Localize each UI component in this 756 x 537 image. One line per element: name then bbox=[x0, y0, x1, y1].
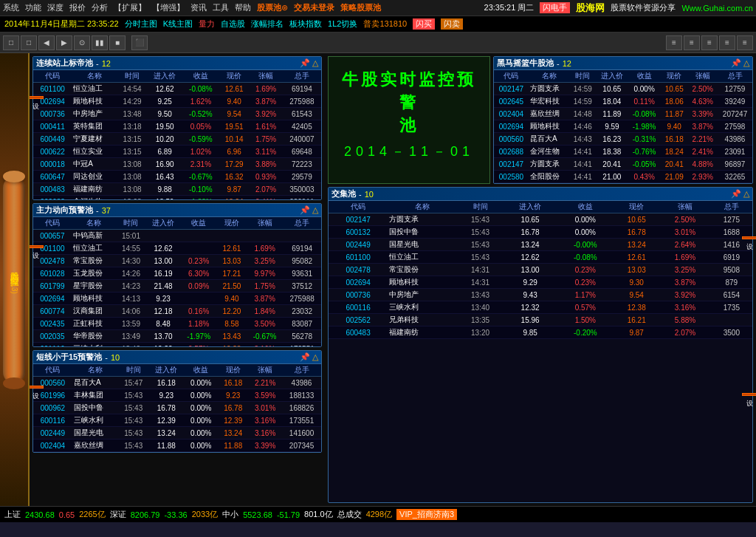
table-row[interactable]: 002147方圆支承15:4310.650.00%10.652.50%1275 bbox=[329, 213, 752, 226]
table-row[interactable]: 600132国投中鲁15:4316.780.00%16.783.01%1688 bbox=[329, 226, 752, 239]
chart-link-6[interactable]: 板块指数 bbox=[289, 18, 322, 30]
table-row[interactable]: 601028玉龙股份14:2616.196.30%17.219.97%93631 bbox=[33, 267, 321, 280]
chart-link-5[interactable]: 涨幅排名 bbox=[251, 18, 284, 30]
menu-system[interactable]: 系统 bbox=[3, 2, 19, 13]
table-row[interactable]: 002449国星光电15:4313.240.00%13.243.16%14160… bbox=[33, 427, 321, 439]
menu-tools[interactable]: 工具 bbox=[213, 2, 229, 13]
tb-btn-8[interactable]: ⬛ bbox=[131, 35, 148, 50]
tb-btn-3[interactable]: ◀ bbox=[38, 35, 55, 50]
panel3-up-btn[interactable]: △ bbox=[312, 352, 318, 362]
tb-btn-10[interactable]: ≡ bbox=[684, 35, 700, 50]
panel5-scroll[interactable]: 代码 名称 时间 进入价 收益 现价 张幅 总手 002147方圆支承15:43… bbox=[329, 201, 752, 339]
stock-pool-link[interactable]: 股票池⊙ bbox=[257, 2, 288, 13]
table-row[interactable]: 000736中房地产13:439.431.17%9.543.92%6154 bbox=[329, 289, 752, 301]
set-btn-5[interactable]: 设 bbox=[742, 393, 756, 396]
table-row[interactable]: 002645华宏科技14:5918.040.11%18.064.63%39249 bbox=[494, 95, 752, 108]
chart-link-3[interactable]: 量力 bbox=[199, 18, 215, 30]
set-btn-1[interactable]: 设 bbox=[30, 96, 44, 99]
tb-btn-7[interactable]: ■ bbox=[109, 35, 126, 50]
table-row[interactable]: 601100恒立油工14:5512.6212.611.69%69194 bbox=[33, 242, 321, 255]
table-row[interactable]: 000018中冠A13:0816.902.31%17.293.88%72223 bbox=[33, 158, 321, 171]
tb-btn-2[interactable]: □ bbox=[21, 35, 37, 50]
table-row[interactable]: 601996丰林集团15:439.230.00%9.233.59%188133 bbox=[33, 389, 321, 402]
panel1-up-btn[interactable]: △ bbox=[312, 58, 318, 68]
flash-buy-btn[interactable]: 闪买 bbox=[413, 18, 435, 30]
table-row[interactable]: 002688金河生物14:4118.38-0.76%18.242.41%2309… bbox=[494, 146, 752, 158]
table-row[interactable]: 002694顾地科技14:139.239.403.87%275988 bbox=[33, 293, 321, 305]
panel4-scroll[interactable]: 代码 名称 时间 进入价 收益 现价 张幅 总手 002147方圆支承14:59… bbox=[494, 70, 752, 183]
table-row[interactable]: 600647同达创业13:0816.43-0.67%16.320.93%2957… bbox=[33, 171, 321, 183]
table-row[interactable]: 002688金河生物13:0818.59-1.88%18.242.41%2309… bbox=[33, 196, 321, 200]
table-row[interactable]: 002435正虹科技13:598.481.18%8.583.50%83087 bbox=[33, 318, 321, 330]
table-row[interactable]: 002449国星光电15:4313.24-0.00%13.242.64%1416 bbox=[329, 239, 752, 251]
chart-link-2[interactable]: K线主图 bbox=[163, 18, 193, 30]
panel2-scroll[interactable]: 代码 名称 时间 进入价 收益 现价 张幅 总手 000657中钨高新15:01… bbox=[33, 217, 321, 346]
table-row[interactable]: 000736中房地产13:489.50-0.52%9.543.92%61543 bbox=[33, 108, 321, 120]
menu-help[interactable]: 帮助 bbox=[235, 2, 251, 13]
flash-sell-btn[interactable]: 闪卖 bbox=[441, 18, 463, 30]
set-btn-4[interactable]: 设 bbox=[742, 236, 756, 239]
table-row[interactable]: 601100恒立油工14:5412.62-0.08%12.611.69%6919… bbox=[33, 83, 321, 95]
menu-quote[interactable]: 报价 bbox=[69, 2, 86, 13]
table-row[interactable]: 002694顾地科技14:469.59-1.98%9.403.87%27598 bbox=[494, 120, 752, 133]
table-row[interactable]: 600483福建南纺13:209.85-0.20%9.872.07%3500 bbox=[329, 326, 752, 339]
panel2-pin-btn[interactable]: 📌 bbox=[300, 205, 310, 215]
panel3-scroll[interactable]: 代码 名称 时间 进入价 收益 现价 张幅 总手 000560昆百大A15:47… bbox=[33, 364, 321, 452]
table-row[interactable]: 002580全阳股份14:4121.000.43%21.092.93%32265 bbox=[494, 171, 752, 183]
table-row[interactable]: 600116三峡水利13:4012.320.57%12.383.16%1735 bbox=[329, 301, 752, 314]
menu-analysis[interactable]: 分析 bbox=[92, 2, 108, 13]
table-row[interactable]: 002562兄弟科技13:3515.961.50%16.215.88% bbox=[329, 314, 752, 326]
set-btn-3[interactable]: 设 bbox=[30, 386, 44, 389]
table-row[interactable]: 002478常宝股份14:3013.000.23%13.033.25%95082 bbox=[33, 255, 321, 267]
table-row[interactable]: 000411英特集团13:1819.500.05%19.511.61%42405 bbox=[33, 120, 321, 133]
panel3-pin-btn[interactable]: 📌 bbox=[300, 352, 310, 362]
menu-feature[interactable]: 功能 bbox=[25, 2, 41, 13]
table-row[interactable]: 000483福建南纺13:089.88-0.10%9.872.07%350003 bbox=[33, 183, 321, 196]
menu-depth[interactable]: 深度 bbox=[47, 2, 63, 13]
table-row[interactable]: 002404嘉欣丝绸14:4811.89-0.08%11.873.39%2072… bbox=[494, 108, 752, 120]
table-row[interactable]: 000622恒立实业13:156.891.02%6.963.11%69648 bbox=[33, 146, 321, 158]
panel2-up-btn[interactable]: △ bbox=[312, 205, 318, 215]
chart-link-4[interactable]: 自选股 bbox=[221, 18, 245, 30]
trade-login-link[interactable]: 交易未登录 bbox=[294, 2, 334, 13]
table-row[interactable]: 601100恒立油工15:4312.62-0.08%12.611.69%6919 bbox=[329, 251, 752, 264]
panel5-pin-btn[interactable]: 📌 bbox=[731, 189, 741, 199]
panel5-up-btn[interactable]: △ bbox=[743, 189, 749, 199]
tb-btn-5[interactable]: ⊙ bbox=[74, 35, 90, 50]
table-row[interactable]: 002404嘉欣丝绸15:4311.880.00%11.883.39%20734… bbox=[33, 439, 321, 452]
table-row[interactable]: 600774汉商集团14:0612.180.16%12.201.84%23032 bbox=[33, 305, 321, 318]
table-row[interactable]: 600116三峡水利15:4312.390.00%12.393.16%17355… bbox=[33, 414, 321, 427]
tb-btn-1[interactable]: □ bbox=[3, 35, 19, 50]
table-row[interactable]: 000560昆百大A15:4716.180.00%16.182.21%43986 bbox=[33, 377, 321, 389]
table-row[interactable]: 000962国投中鲁15:4316.780.00%16.783.01%16882… bbox=[33, 402, 321, 414]
table-row[interactable]: 601799星宇股份14:2321.480.09%21.501.75%37512 bbox=[33, 280, 321, 293]
strategy-link[interactable]: 策略股票池 bbox=[340, 2, 381, 13]
tb-btn-11[interactable]: ≡ bbox=[701, 35, 718, 50]
tb-btn-6[interactable]: ▮▮ bbox=[92, 35, 108, 50]
table-row[interactable]: 600449宁夏建材13:1510.20-0.59%10.141.75%2400… bbox=[33, 133, 321, 146]
tb-btn-13[interactable]: ≡ bbox=[737, 35, 753, 50]
table-row[interactable]: 002694顾地科技14:319.290.23%9.303.87%879 bbox=[329, 276, 752, 289]
tb-btn-12[interactable]: ≡ bbox=[719, 35, 735, 50]
chart-link-7[interactable]: 1L2切换 bbox=[328, 18, 357, 30]
set-btn-2[interactable]: 设 bbox=[30, 245, 44, 248]
chart-link-1[interactable]: 分时主图 bbox=[125, 18, 157, 30]
flash-hand[interactable]: 闪电手 bbox=[540, 2, 570, 13]
panel1-pin-btn[interactable]: 📌 bbox=[300, 58, 310, 68]
menu-info[interactable]: 资讯 bbox=[190, 2, 207, 13]
menu-enhance[interactable]: 【增强】 bbox=[152, 2, 185, 13]
table-row[interactable]: 000560昆百大A14:4316.23-0.31%16.182.21%4398… bbox=[494, 133, 752, 146]
table-row[interactable]: 002478常宝股份14:3113.000.23%13.033.25%9508 bbox=[329, 264, 752, 276]
tb-btn-9[interactable]: ≡ bbox=[666, 35, 682, 50]
table-row[interactable]: 002147方圆支承14:5910.650.00%10.652.50%12759 bbox=[494, 83, 752, 95]
panel4-pin-btn[interactable]: 📌 bbox=[731, 58, 741, 68]
table-row[interactable]: 002694顾地科技14:299.251.62%9.403.87%275988 bbox=[33, 95, 321, 108]
table-row[interactable]: 002035华帝股份13:4913.70-1.97%13.43-0.67%562… bbox=[33, 330, 321, 343]
tb-btn-4[interactable]: ▶ bbox=[56, 35, 72, 50]
table-row[interactable]: 002147方圆支承14:4120.41-0.05%20.414.88%9689… bbox=[494, 158, 752, 171]
table-row[interactable]: 601116三峡水利13:4212.320.57%12.383.16%17355… bbox=[33, 343, 321, 347]
table-row[interactable]: 000657中钨高新15:01 bbox=[33, 230, 321, 242]
panel1-scroll[interactable]: 代码 名称 时间 进入价 收益 现价 张幅 总手 601100恒立油工14:54… bbox=[33, 70, 321, 199]
panel4-up-btn[interactable]: △ bbox=[743, 58, 749, 68]
menu-expand[interactable]: 【扩展】 bbox=[114, 2, 146, 13]
